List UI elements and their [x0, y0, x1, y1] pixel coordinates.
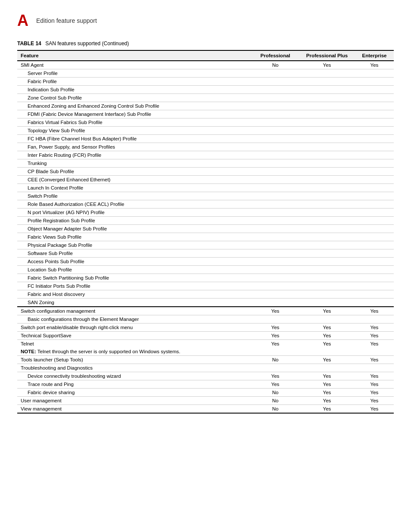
feature-cell: Fabric and Host discovery [17, 290, 252, 299]
table-row: Enhanced Zoning and Enhanced Zoning Cont… [17, 102, 394, 110]
professional-cell [252, 127, 299, 135]
feature-cell: Profile Registration Sub Profile [17, 217, 252, 225]
enterprise-cell [355, 176, 394, 184]
professional-cell [252, 135, 299, 143]
profplus-cell [299, 217, 355, 225]
enterprise-cell [355, 127, 394, 135]
table-row: Fan, Power Supply, and Sensor Profiles [17, 143, 394, 151]
table-row: Profile Registration Sub Profile [17, 217, 394, 225]
feature-cell: Fabric Views Sub Profile [17, 233, 252, 241]
feature-cell: Location Sub Profile [17, 266, 252, 274]
feature-cell: Software Sub Profile [17, 249, 252, 258]
professional-cell [252, 208, 299, 217]
enterprise-cell [355, 266, 394, 274]
feature-cell: Switch port enable/disable through right… [17, 324, 252, 332]
enterprise-cell: Yes [355, 372, 394, 380]
enterprise-cell [355, 192, 394, 200]
professional-cell [252, 102, 299, 110]
professional-cell [252, 151, 299, 159]
table-row: Switch port enable/disable through right… [17, 324, 394, 332]
enterprise-cell: Yes [355, 356, 394, 364]
feature-cell: Fabrics Virtual Fabrics Sub Profile [17, 118, 252, 127]
table-row: FC Initiator Ports Sub Profile [17, 282, 394, 290]
professional-cell [252, 233, 299, 241]
profplus-cell [299, 315, 355, 324]
page-header: A Edition feature support [17, 13, 394, 28]
enterprise-cell [355, 364, 394, 372]
feature-cell: CP Blade Sub Profile [17, 168, 252, 176]
enterprise-cell [355, 315, 394, 324]
feature-cell: Fabric device sharing [17, 389, 252, 397]
enterprise-cell [355, 290, 394, 299]
professional-cell [252, 192, 299, 200]
professional-cell [252, 143, 299, 151]
feature-cell: User management [17, 397, 252, 405]
col-header-professional: Professional [252, 50, 299, 61]
profplus-cell: Yes [299, 380, 355, 389]
profplus-cell [299, 192, 355, 200]
feature-cell: NOTE: Telnet through the server is only … [17, 348, 252, 356]
feature-cell: Technical SupportSave [17, 332, 252, 340]
professional-cell: Yes [252, 307, 299, 315]
col-header-enterprise: Enterprise [355, 50, 394, 61]
table-row: SMI AgentNoYesYes [17, 61, 394, 69]
feature-cell: FC Initiator Ports Sub Profile [17, 282, 252, 290]
table-row: Location Sub Profile [17, 266, 394, 274]
profplus-cell [299, 78, 355, 86]
enterprise-cell [355, 94, 394, 102]
feature-cell: Switch configuration management [17, 307, 252, 315]
professional-cell [252, 217, 299, 225]
table-row: Switch configuration managementYesYesYes [17, 307, 394, 315]
professional-cell: No [252, 61, 299, 69]
enterprise-cell [355, 200, 394, 208]
enterprise-cell [355, 299, 394, 307]
professional-cell [252, 69, 299, 78]
table-row: Tools launcher (Setup Tools)NoYesYes [17, 356, 394, 364]
feature-cell: N port Virtualizer (AG NPIV) Profile [17, 208, 252, 217]
profplus-cell [299, 110, 355, 118]
professional-cell: No [252, 356, 299, 364]
profplus-cell [299, 249, 355, 258]
professional-cell [252, 274, 299, 282]
table-row: Switch Profile [17, 192, 394, 200]
enterprise-cell [355, 135, 394, 143]
table-row: Server Profile [17, 69, 394, 78]
feature-cell: Fabric Switch Partitioning Sub Profile [17, 274, 252, 282]
profplus-cell [299, 143, 355, 151]
professional-cell [252, 299, 299, 307]
feature-cell: FDMI (Fabric Device Management Interface… [17, 110, 252, 118]
table-row: Topology View Sub Profile [17, 127, 394, 135]
enterprise-cell [355, 143, 394, 151]
enterprise-cell: Yes [355, 397, 394, 405]
professional-cell [252, 241, 299, 249]
enterprise-cell [355, 233, 394, 241]
col-header-feature: Feature [17, 50, 252, 61]
feature-cell: Tools launcher (Setup Tools) [17, 356, 252, 364]
table-row: Software Sub Profile [17, 249, 394, 258]
table-row: Object Manager Adapter Sub Profile [17, 225, 394, 233]
profplus-cell: Yes [299, 389, 355, 397]
professional-cell [252, 159, 299, 168]
profplus-cell: Yes [299, 372, 355, 380]
table-label: TABLE 14 [17, 40, 41, 47]
profplus-cell [299, 86, 355, 94]
enterprise-cell [355, 184, 394, 192]
profplus-cell: Yes [299, 307, 355, 315]
table-row: Indication Sub Profile [17, 86, 394, 94]
table-row: Access Points Sub Profile [17, 258, 394, 266]
enterprise-cell [355, 258, 394, 266]
enterprise-cell [355, 151, 394, 159]
professional-cell [252, 168, 299, 176]
profplus-cell [299, 151, 355, 159]
enterprise-cell: Yes [355, 332, 394, 340]
profplus-cell: Yes [299, 340, 355, 348]
professional-cell: Yes [252, 380, 299, 389]
feature-cell: Switch Profile [17, 192, 252, 200]
profplus-cell [299, 94, 355, 102]
table-row: CEE (Converged Enhanced Ethernet) [17, 176, 394, 184]
enterprise-cell: Yes [355, 61, 394, 69]
professional-cell: Yes [252, 340, 299, 348]
col-header-profplus: Professional Plus [299, 50, 355, 61]
profplus-cell [299, 233, 355, 241]
feature-cell: Trunking [17, 159, 252, 168]
